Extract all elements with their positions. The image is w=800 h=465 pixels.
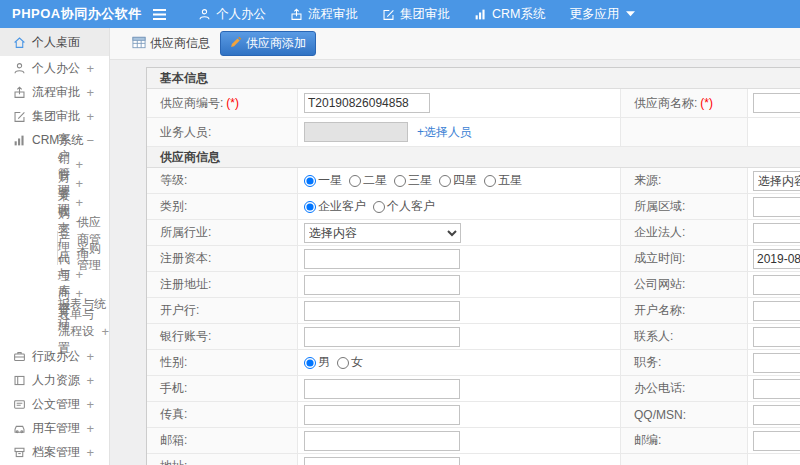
region-input[interactable] <box>753 197 800 217</box>
sidebar-item-document-mgmt[interactable]: 公文管理 + <box>0 392 109 416</box>
legal-person-input[interactable] <box>753 223 800 243</box>
field-cell <box>748 89 800 117</box>
nav-workflow-approval[interactable]: 流程审批 <box>290 6 358 23</box>
zip-input[interactable] <box>753 431 800 451</box>
sidebar-item-personal-office[interactable]: 个人办公 + <box>0 56 109 80</box>
grade-radio[interactable] <box>304 175 316 187</box>
group-approval-icon <box>13 110 26 123</box>
field-label: 业务人员: <box>147 118 298 146</box>
field-label: 供应商编号: (*) <box>147 89 298 117</box>
registered-capital-input[interactable] <box>304 249 460 269</box>
form-row: 所属行业: 选择内容 企业法人: <box>147 220 800 246</box>
briefcase-icon <box>13 350 26 363</box>
industry-select[interactable]: 选择内容 <box>304 223 461 243</box>
nav-personal-office[interactable]: 个人办公 <box>198 6 266 23</box>
top-nav: 个人办公 流程审批 集团审批 CRM系统 更多应用 <box>198 6 659 23</box>
field-cell: +选择人员 <box>298 118 621 146</box>
gender-radio-option[interactable]: 女 <box>337 354 363 371</box>
bank-branch-input[interactable] <box>304 301 460 321</box>
form-row: 业务人员: +选择人员 <box>147 118 800 147</box>
main-content: 供应商信息 供应商添加 基本信息 供应商编号: (*) 供应商名称: <box>110 28 800 465</box>
form-row: 供应商编号: (*) 供应商名称: (*) <box>147 89 800 118</box>
sidebar-item-finance[interactable]: 财务收支 + <box>0 193 109 212</box>
form-row: 地址: <box>147 454 800 465</box>
sidebar-item-sales-mgmt[interactable]: 销售管理 + <box>0 174 109 193</box>
sidebar-item-group-approval[interactable]: 集团审批 + <box>0 104 109 128</box>
category-radio-option[interactable]: 企业客户 <box>304 198 366 215</box>
hr-book-icon <box>13 374 26 387</box>
category-radio[interactable] <box>373 201 385 213</box>
category-radio-option[interactable]: 个人客户 <box>373 198 435 215</box>
gender-radio[interactable] <box>304 357 316 369</box>
gender-radio[interactable] <box>337 357 349 369</box>
grade-radio-option[interactable]: 四星 <box>439 172 477 189</box>
sidebar-item-form-workflow-settings[interactable]: 表单与流程设置 + <box>0 322 109 341</box>
required-marker: (*) <box>700 96 713 110</box>
sidebar-item-customer-mgmt[interactable]: 客户管理 + <box>0 155 109 174</box>
nav-more-apps[interactable]: 更多应用 <box>569 6 635 23</box>
form-row: 注册资本: 成立时间: <box>147 246 800 272</box>
staff-input[interactable] <box>304 122 408 142</box>
grade-radio-group: 一星 二星 三星 四星 五星 <box>298 168 621 193</box>
nav-crm-system[interactable]: CRM系统 <box>474 6 545 23</box>
contact-input[interactable] <box>753 327 800 347</box>
fax-input[interactable] <box>304 405 460 425</box>
choose-staff-link[interactable]: +选择人员 <box>417 124 472 141</box>
mobile-input[interactable] <box>304 379 460 399</box>
email-input[interactable] <box>304 431 460 451</box>
workflow-approval-icon <box>13 86 26 99</box>
document-icon <box>13 398 26 411</box>
app-logo: PHPOA协同办公软件 <box>0 5 140 23</box>
address-input[interactable] <box>304 457 460 465</box>
nav-group-approval[interactable]: 集团审批 <box>382 6 450 23</box>
form-panel: 基本信息 供应商编号: (*) 供应商名称: (*) <box>146 67 800 465</box>
grade-radio[interactable] <box>439 175 451 187</box>
supplier-no-input[interactable] <box>304 93 430 113</box>
group-approval-icon <box>382 8 395 21</box>
grade-radio[interactable] <box>349 175 361 187</box>
established-date-input[interactable] <box>753 249 800 269</box>
grade-radio[interactable] <box>484 175 496 187</box>
position-input[interactable] <box>753 353 800 373</box>
category-radio[interactable] <box>304 201 316 213</box>
person-icon <box>13 62 26 75</box>
hamburger-menu-icon[interactable] <box>146 8 172 21</box>
source-select[interactable]: 选择内容 <box>753 171 800 191</box>
sidebar-item-product-inventory[interactable]: 产品与库存 + <box>0 265 109 284</box>
sidebar-item-workflow-approval[interactable]: 流程审批 + <box>0 80 109 104</box>
pencil-icon <box>230 36 242 51</box>
grade-radio-option[interactable]: 三星 <box>394 172 432 189</box>
website-input[interactable] <box>753 275 800 295</box>
sidebar-item-archive-mgmt[interactable]: 档案管理 + <box>0 440 109 464</box>
form-row: 银行账号: 联系人: <box>147 324 800 350</box>
sidebar-item-personal-desktop[interactable]: 个人桌面 <box>0 28 109 56</box>
form-row: 邮箱: 邮编: <box>147 428 800 454</box>
sidebar-item-vehicle-mgmt[interactable]: 用车管理 + <box>0 416 109 440</box>
form-row: 性别: 男 女 职务: <box>147 350 800 376</box>
supplier-name-input[interactable] <box>753 93 800 113</box>
grade-radio[interactable] <box>394 175 406 187</box>
tab-supplier-info[interactable]: 供应商信息 <box>132 35 210 52</box>
form-row: 手机: 办公电话: <box>147 376 800 402</box>
gender-radio-option[interactable]: 男 <box>304 354 330 371</box>
registered-address-input[interactable] <box>304 275 460 295</box>
sidebar-item-hr[interactable]: 人力资源 + <box>0 368 109 392</box>
required-marker: (*) <box>226 96 239 110</box>
sidebar-item-admin-office[interactable]: 行政办公 + <box>0 344 109 368</box>
office-phone-input[interactable] <box>753 379 800 399</box>
field-cell <box>298 89 621 117</box>
section-header-supplier: 供应商信息 <box>147 147 800 168</box>
tab-supplier-add[interactable]: 供应商添加 <box>220 31 316 56</box>
grade-radio-option[interactable]: 一星 <box>304 172 342 189</box>
qq-msn-input[interactable] <box>753 405 800 425</box>
grade-radio-option[interactable]: 二星 <box>349 172 387 189</box>
grade-radio-option[interactable]: 五星 <box>484 172 522 189</box>
person-icon <box>198 8 211 21</box>
category-radio-group: 企业客户 个人客户 <box>298 194 621 219</box>
account-name-input[interactable] <box>753 301 800 321</box>
bank-account-input[interactable] <box>304 327 460 347</box>
sidebar-item-crm-system[interactable]: CRM系统 − <box>0 128 109 152</box>
gender-radio-group: 男 女 <box>298 350 621 375</box>
field-label <box>621 118 748 146</box>
field-cell <box>748 118 800 146</box>
